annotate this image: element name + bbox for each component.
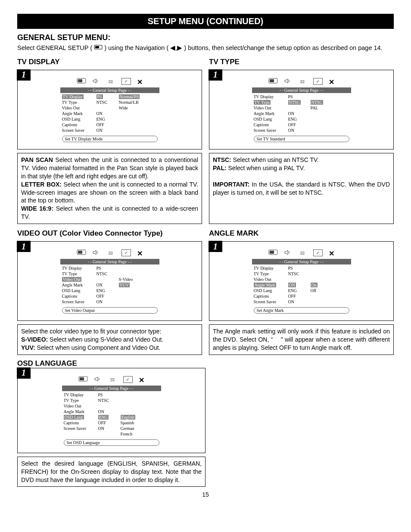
osd-header: - - General Setup Page - - [252, 87, 351, 93]
osd-row: Screen Saver ON German [64, 426, 161, 431]
tv-display-heading: TV DISPLAY [17, 58, 202, 66]
osd-row: TV Display PS [254, 265, 351, 271]
speaker-icon [92, 78, 100, 86]
osd-row: OSD Lang ENG [62, 288, 159, 293]
osd-row: OSD Lang ENG English [64, 414, 161, 420]
osd-row: TV Display PS [254, 94, 351, 100]
osd-row: Video Out [254, 277, 351, 282]
speaker-icon [94, 376, 102, 384]
tv-type-desc: NTSC: Select when using an NTSC TV.PAL: … [209, 153, 394, 224]
monitor-icon [268, 249, 278, 258]
osd-row: Angle Mark ON On [254, 282, 351, 288]
speaker-icon [284, 249, 292, 258]
tv-type-heading: TV TYPE [209, 58, 394, 66]
osd-row: OSD Lang ENG Off [254, 288, 351, 293]
left-arrow-icon: ◀ [170, 44, 175, 51]
osd-row: OSD Lang ENG [62, 116, 159, 122]
osd-footer: Set Angle Mark [254, 307, 349, 314]
dolby-icon: ▯▯ [106, 78, 115, 85]
osd-row: Captions OFF [62, 122, 159, 128]
osd-row: TV Type NTSC [254, 271, 351, 277]
osd-footer: Set Video Output [62, 307, 158, 314]
angle-mark-heading: ANGLE MARK [209, 229, 394, 238]
osd-footer: Set TV Standard [254, 136, 349, 142]
step-badge: 1 [17, 367, 31, 379]
video-out-heading: VIDEO OUT (Color Video Connector Type) [17, 229, 202, 238]
monitor-icon [78, 376, 88, 384]
osd-tab-row: ▯▯ ✓ ✕ [60, 249, 159, 258]
step-badge: 1 [17, 69, 31, 81]
osd-tab-row: ▯▯ ✓ ✕ [252, 78, 351, 86]
osd-row: Video Out S-Video [62, 277, 159, 282]
osdlang-panel: 1 ▯▯ ✓ ✕ - - General Setup Page - - TV D… [17, 368, 206, 453]
svg-rect-11 [80, 377, 84, 380]
osd-header: - - General Setup Page - - [60, 259, 159, 264]
tools-icon: ✕ [137, 249, 143, 258]
speaker-icon [284, 78, 292, 86]
osd-row: Captions OFF [62, 293, 159, 299]
osd-row: Screen Saver ON [254, 299, 351, 305]
dolby-icon: ▯▯ [106, 249, 115, 256]
osd-row: Angle Mark ON [64, 409, 161, 414]
check-icon: ✓ [121, 249, 131, 256]
osd-header: - - General Setup Page - - [60, 87, 159, 93]
osd-screen: ▯▯ ✓ ✕ - - General Setup Page - - TV Dis… [252, 76, 351, 143]
osd-row: French [64, 431, 161, 437]
monitor-icon [77, 249, 86, 258]
step-badge: 1 [17, 241, 31, 252]
osd-row: TV Type NTSC [64, 398, 161, 403]
check-icon: ✓ [121, 78, 131, 85]
osd-language-heading: OSD LANGUAGE [17, 359, 206, 368]
videoout-panel: 1 ▯▯ ✓ ✕ - - General Setup Page - - TV D… [17, 241, 202, 321]
monitor-icon [94, 44, 103, 53]
osd-row: TV Display PS [64, 392, 161, 398]
osd-tab-row: ▯▯ ✓ ✕ [62, 376, 161, 384]
general-setup-heading: GENERAL SETUP MENU: [17, 33, 394, 42]
osd-language-desc: Select the desired language (ENGLISH, SP… [17, 457, 206, 487]
page-title: SETUP MENU (CONTINUED) [17, 14, 394, 29]
osd-tab-row: ▯▯ ✓ ✕ [60, 78, 159, 86]
osd-screen: ▯▯ ✓ ✕ - - General Setup Page - - TV Dis… [62, 374, 161, 447]
osd-row: Video Out [64, 403, 161, 409]
tools-icon: ✕ [137, 78, 143, 86]
osd-screen: ▯▯ ✓ ✕ - - General Setup Page - - TV Dis… [60, 248, 159, 314]
osd-row: TV Type NTSC NTSC [254, 100, 351, 105]
osd-header: - - General Setup Page - - [62, 386, 161, 391]
check-icon: ✓ [313, 78, 323, 85]
monitor-icon [77, 78, 86, 86]
osd-row: TV Display PS [62, 265, 159, 271]
svg-rect-5 [270, 79, 274, 82]
step-badge: 1 [209, 69, 222, 81]
osd-row: Video Out Wide [62, 105, 159, 111]
right-arrow-icon: ▶ [177, 44, 182, 51]
intro-text: Select GENERAL SETUP ( ) using the Navig… [17, 44, 394, 53]
dolby-icon: ▯▯ [108, 376, 117, 383]
svg-rect-9 [270, 251, 274, 254]
osd-row: Angle Mark ON [62, 111, 159, 116]
osd-row: Angle Mark ON YUV [62, 282, 159, 288]
osd-row: Captions OFF [254, 293, 351, 299]
tvdisplay-panel: 1 ▯▯ ✓ ✕ - - General Setup Page - - TV D… [17, 70, 202, 149]
osd-footer: Set TV Display Mode [62, 136, 158, 142]
svg-rect-3 [78, 79, 82, 82]
svg-rect-1 [95, 46, 99, 48]
check-icon: ✓ [313, 249, 323, 256]
tools-icon: ✕ [329, 78, 334, 86]
angle-mark-desc: The Angle mark setting will only work if… [209, 324, 394, 355]
osd-header: - - General Setup Page - - [252, 259, 351, 264]
dolby-icon: ▯▯ [298, 249, 307, 256]
osd-row: Angle Mark ON [254, 111, 351, 116]
dolby-icon: ▯▯ [298, 78, 307, 85]
osd-row: TV Display PS Normal/PS [62, 94, 159, 100]
page-number: 15 [17, 491, 394, 498]
osd-screen: ▯▯ ✓ ✕ - - General Setup Page - - TV Dis… [252, 248, 351, 314]
step-badge: 1 [209, 241, 222, 252]
tvtype-panel: 1 ▯▯ ✓ ✕ - - General Setup Page - - TV D… [209, 70, 394, 149]
tv-display-desc: PAN SCAN Select when the unit is connect… [17, 153, 202, 224]
osd-row: Captions OFF Spanish [64, 420, 161, 426]
video-out-desc: Select the color video type to fit your … [17, 324, 202, 355]
osd-row: Screen Saver ON [254, 128, 351, 133]
anglemark-panel: 1 ▯▯ ✓ ✕ - - General Setup Page - - TV D… [209, 241, 394, 321]
osd-row: Captions OFF [254, 122, 351, 128]
osd-row: Screen Saver ON [62, 299, 159, 305]
